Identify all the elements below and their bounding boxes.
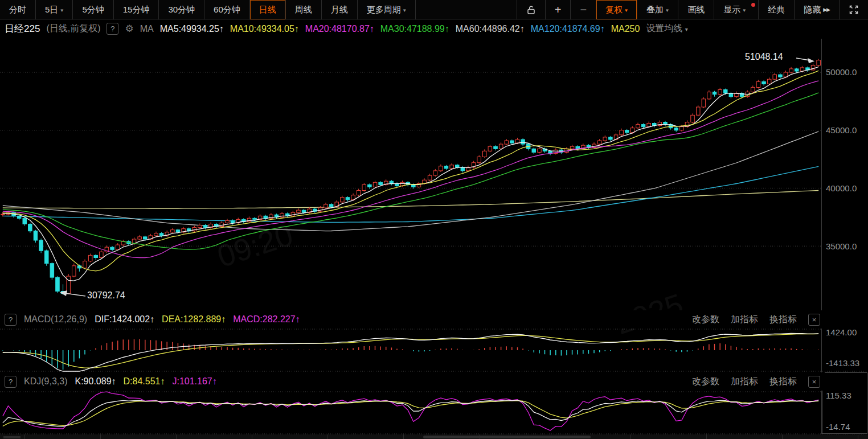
kdj-ymin-label: -14.74 [826, 422, 850, 432]
display-button[interactable]: 显示▾ [714, 0, 759, 19]
zoom-out-button[interactable]: − [571, 0, 596, 19]
minus-icon: − [580, 3, 587, 17]
symbol-name: 日经225 [5, 22, 40, 35]
button-label: 叠加 [646, 5, 664, 15]
change-params-button[interactable]: 改参数 [692, 376, 719, 388]
tab-label: 5日 [45, 5, 58, 15]
ma5-value: MA5:49934.25↑ [160, 24, 224, 34]
tab-label: 更多周期 [367, 5, 401, 15]
tab-label: 日线 [259, 5, 276, 15]
button-label: 画线 [687, 5, 705, 15]
tab-time-sharing[interactable]: 分时 [0, 0, 36, 19]
fullscreen-button[interactable] [840, 0, 868, 19]
fuquan-button[interactable]: 复权▾ [596, 0, 637, 19]
tab-15min[interactable]: 15分钟 [114, 0, 159, 19]
macd-ymin-label: -1413.33 [826, 358, 859, 368]
kdj-panel-header: ? KDJ(9,3,3) K:90.089↑ D:84.551↑ J:101.1… [0, 372, 825, 391]
chevron-down-icon: ▾ [685, 26, 688, 32]
up-arrow-icon: ↑ [212, 376, 217, 386]
add-indicator-button[interactable]: 加指标 [731, 314, 758, 326]
tab-label: 5分钟 [82, 5, 104, 15]
last-price-annotation: 51048.14 [745, 52, 783, 62]
chevron-down-icon: ▾ [625, 7, 628, 13]
tab-30min[interactable]: 30分钟 [159, 0, 204, 19]
gear-icon[interactable]: ⚙ [125, 23, 133, 35]
tab-monthly[interactable]: 月线 [322, 0, 358, 19]
classic-button[interactable]: 经典 [759, 0, 795, 19]
ma30-value: MA30:47188.99↑ [380, 24, 449, 34]
j-value: J:101.167↑ [172, 376, 216, 387]
ma20-value: MA20:48170.87↑ [305, 24, 374, 34]
ma10-value: MA10:49334.05↑ [230, 24, 299, 34]
button-label: 经典 [768, 5, 785, 15]
macd-panel-header: ? MACD(12,26,9) DIF:1424.002↑ DEA:1282.8… [0, 310, 825, 329]
overlay-button[interactable]: 叠加▾ [637, 0, 678, 19]
double-chevron-right-icon: ▶▶ [823, 7, 830, 13]
up-arrow-icon: ↑ [294, 24, 299, 34]
ma250-label: MA250 [611, 24, 640, 34]
expand-icon [849, 5, 859, 15]
up-arrow-icon: ↑ [219, 24, 224, 34]
scrollbar-handle[interactable] [3, 436, 21, 438]
switch-indicator-button[interactable]: 换指标 [769, 314, 797, 326]
button-label: 复权 [605, 5, 623, 15]
y-axis-label: 35000.0 [826, 241, 857, 251]
up-arrow-icon: ↑ [160, 376, 165, 386]
help-icon[interactable]: ? [5, 314, 17, 326]
tab-label: 分时 [9, 5, 26, 15]
stock-chart-app: 09:20 2025 分时 5日▾ 5分钟 15分钟 30分钟 60分钟 日线 … [0, 0, 868, 439]
tab-5day[interactable]: 5日▾ [36, 0, 73, 19]
up-arrow-icon: ↑ [445, 24, 449, 34]
macd-ymax-label: 1424.00 [826, 327, 857, 337]
chevron-down-icon: ▾ [743, 7, 746, 13]
up-arrow-icon: ↑ [370, 24, 374, 34]
close-icon[interactable]: × [808, 376, 820, 388]
d-value: D:84.551↑ [124, 376, 165, 387]
zoom-in-button[interactable]: + [546, 0, 571, 19]
add-indicator-button[interactable]: 加指标 [731, 376, 758, 388]
tab-5min[interactable]: 5分钟 [73, 0, 113, 19]
tab-daily[interactable]: 日线 [250, 0, 286, 19]
dea-value: DEA:1282.889↑ [162, 314, 226, 325]
ma-settings-button[interactable]: 设置均线 ▾ [646, 23, 687, 35]
tab-60min[interactable]: 60分钟 [204, 0, 250, 19]
low-price-annotation: 30792.74 [87, 290, 125, 301]
scrollbar-thumb[interactable] [423, 436, 591, 438]
close-icon[interactable]: × [808, 314, 820, 326]
draw-line-button[interactable]: 画线 [678, 0, 714, 19]
tab-more-periods[interactable]: 更多周期▾ [358, 0, 416, 19]
tab-label: 30分钟 [168, 5, 195, 15]
hide-button[interactable]: 隐藏▶▶ [795, 0, 840, 19]
tab-label: 周线 [295, 5, 312, 15]
up-arrow-icon: ↑ [600, 24, 605, 34]
change-params-button[interactable]: 改参数 [692, 314, 719, 326]
switch-indicator-button[interactable]: 换指标 [769, 376, 797, 388]
up-arrow-icon: ↑ [296, 314, 300, 324]
tab-label: 60分钟 [214, 5, 240, 15]
unlock-icon [526, 5, 536, 15]
help-icon[interactable]: ? [5, 376, 17, 388]
y-axis-label: 40000.0 [826, 183, 857, 193]
lock-button[interactable] [517, 0, 546, 19]
ma120-value: MA120:41874.69↑ [531, 24, 605, 34]
macd-value: MACD:282.227↑ [233, 314, 300, 325]
ma60-value: MA60:44896.42↑ [456, 24, 525, 34]
help-icon[interactable]: ? [107, 23, 118, 35]
dif-value: DIF:1424.002↑ [95, 314, 154, 325]
tab-weekly[interactable]: 周线 [286, 0, 322, 19]
chevron-down-icon: ▾ [60, 7, 63, 13]
chevron-down-icon: ▾ [403, 7, 406, 13]
tab-label: 15分钟 [123, 5, 150, 15]
tab-label: 月线 [331, 5, 348, 15]
macd-title: MACD(12,26,9) [24, 314, 87, 325]
indicator-bar: 日经225 (日线,前复权) ? ⚙ MA MA5:49934.25↑ MA10… [0, 20, 868, 38]
button-label: 显示 [723, 5, 740, 15]
ma-prefix-label: MA [140, 24, 154, 34]
plus-icon: + [555, 3, 562, 17]
y-axis-label: 45000.0 [826, 125, 857, 135]
up-arrow-icon: ↑ [150, 314, 154, 324]
up-arrow-icon: ↑ [221, 314, 226, 324]
kdj-title: KDJ(9,3,3) [24, 376, 67, 387]
up-arrow-icon: ↑ [520, 24, 525, 34]
up-arrow-icon: ↑ [112, 376, 116, 386]
